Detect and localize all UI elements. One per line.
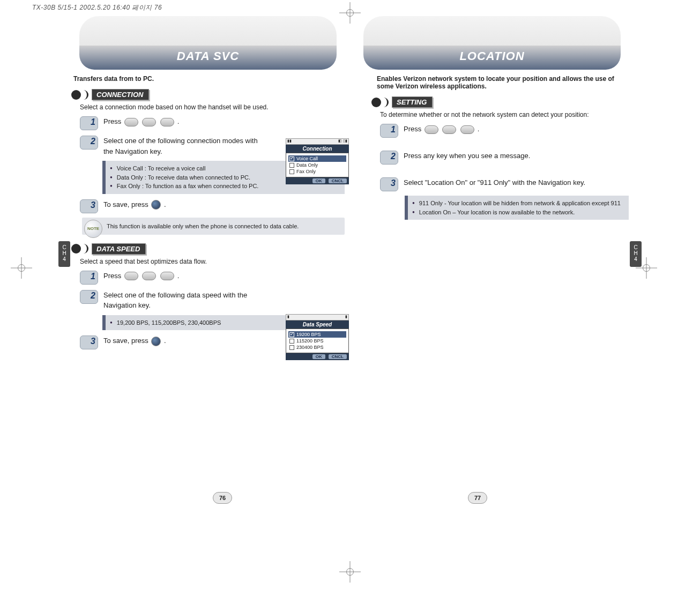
- phone-screen-dataspeed: ▮▮ Data Speed 19200 BPS 115200 BPS 23040…: [286, 314, 349, 360]
- section-header-setting: SETTING: [371, 96, 629, 108]
- arc-icon: [83, 90, 88, 100]
- digit-key-icon: [460, 125, 474, 134]
- bullet-dot-icon: [71, 244, 81, 253]
- page-title-datasvc: DATA SVC: [79, 16, 337, 70]
- intro-text-left: Transfers data from to PC.: [73, 75, 345, 83]
- ok-key-icon: [151, 200, 161, 210]
- step-bullet-1: 1: [380, 124, 398, 138]
- step-bullet-2: 2: [80, 290, 98, 304]
- chapter-tab-left: C H 4: [58, 241, 70, 267]
- step-text: To save, press: [103, 200, 148, 208]
- ok-key-icon: [151, 337, 161, 346]
- step-bullet-3: 3: [80, 335, 98, 349]
- intro-text-right: Enables Verizon network system to locate…: [377, 75, 618, 90]
- step-bullet-2: 2: [380, 151, 398, 165]
- chapter-tab-right: C H 4: [630, 241, 642, 267]
- phone-option-data-only: Data Only: [288, 162, 346, 168]
- digit-key-icon: [142, 118, 156, 126]
- step-text: Press: [103, 272, 121, 280]
- step-bullet-1: 1: [80, 116, 98, 130]
- digit-key-icon: [442, 125, 456, 134]
- step-text: Press: [103, 117, 121, 125]
- digit-key-icon: [160, 118, 174, 126]
- step-text: Press: [404, 125, 421, 133]
- phone-status-bar: ▮▮: [286, 314, 349, 320]
- bullet-dot-icon: [371, 98, 381, 107]
- note-icon: NOTE: [84, 220, 102, 238]
- step-text: To save, press: [103, 337, 148, 345]
- phone-screen-connection: ▮▮◧ ▯▮ Connection Voice Call Data Only F…: [286, 138, 349, 184]
- phone-softkey-ok: OK: [312, 178, 325, 183]
- dataspeed-desc: Select a speed that best optimizes data …: [80, 258, 345, 265]
- section-header-dataspeed: DATA SPEED: [71, 243, 345, 255]
- phone-softkey-cncl: CNCL: [329, 354, 347, 359]
- checkbox-checked-icon: [289, 332, 294, 337]
- file-meta-header: TX-30B 5/15-1 2002.5.20 16:40 페이지 76: [32, 3, 162, 12]
- dataspeed-step-1: 1 Press .: [80, 271, 345, 285]
- setting-desc: To determine whether or not the network …: [380, 111, 629, 118]
- arc-icon: [383, 98, 389, 107]
- bullet-dot-icon: [71, 90, 81, 100]
- step-bullet-3: 3: [80, 199, 98, 213]
- page-number-77: 77: [468, 492, 487, 504]
- digit-key-icon: [160, 272, 174, 280]
- softkey-icon: [124, 272, 138, 280]
- phone-option-115200: 115200 BPS: [288, 338, 346, 344]
- setting-step-2: 2 Press any key when you see a message.: [380, 151, 629, 165]
- setting-step-1: 1 Press .: [380, 124, 629, 138]
- section-header-connection: CONNECTION: [71, 89, 345, 100]
- setting-step-3: 3 Select "Location On" or "911 Only" wit…: [380, 177, 629, 191]
- checkbox-icon: [289, 169, 294, 174]
- arc-icon: [83, 244, 88, 253]
- phone-screen-title: Data Speed: [286, 320, 349, 329]
- connection-step-1: 1 Press .: [80, 116, 345, 130]
- phone-option-19200: 19200 BPS: [288, 331, 346, 338]
- crop-mark-bottom: [339, 561, 361, 583]
- checkbox-icon: [289, 339, 294, 344]
- softkey-icon: [425, 125, 438, 134]
- phone-option-voice-call: Voice Call: [288, 155, 346, 162]
- checkbox-icon: [289, 345, 294, 350]
- page-number-76: 76: [213, 492, 232, 504]
- phone-option-230400: 230400 BPS: [288, 344, 346, 351]
- step-bullet-1: 1: [80, 271, 98, 285]
- page-title-location: LOCATION: [363, 16, 621, 70]
- connection-step-3: 3 To save, press .: [80, 199, 345, 213]
- note-box-connection: NOTE This function is available only whe…: [82, 218, 345, 235]
- phone-softkey-cncl: CNCL: [329, 178, 347, 183]
- phone-softkey-ok: OK: [312, 354, 325, 359]
- checkbox-icon: [289, 163, 294, 168]
- step-bullet-2: 2: [80, 136, 98, 150]
- setting-bullets: 911 Only - Your location will be hidden …: [405, 196, 629, 220]
- phone-option-fax-only: Fax Only: [288, 168, 346, 175]
- phone-screen-title: Connection: [286, 145, 349, 153]
- softkey-icon: [124, 118, 138, 126]
- digit-key-icon: [142, 272, 156, 280]
- connection-desc: Select a connection mode based on how th…: [80, 103, 345, 111]
- dataspeed-step-2: 2 Select one of the following data speed…: [80, 290, 345, 311]
- phone-status-bar: ▮▮◧ ▯▮: [286, 138, 349, 145]
- step-bullet-3: 3: [380, 177, 398, 191]
- checkbox-checked-icon: [289, 156, 294, 161]
